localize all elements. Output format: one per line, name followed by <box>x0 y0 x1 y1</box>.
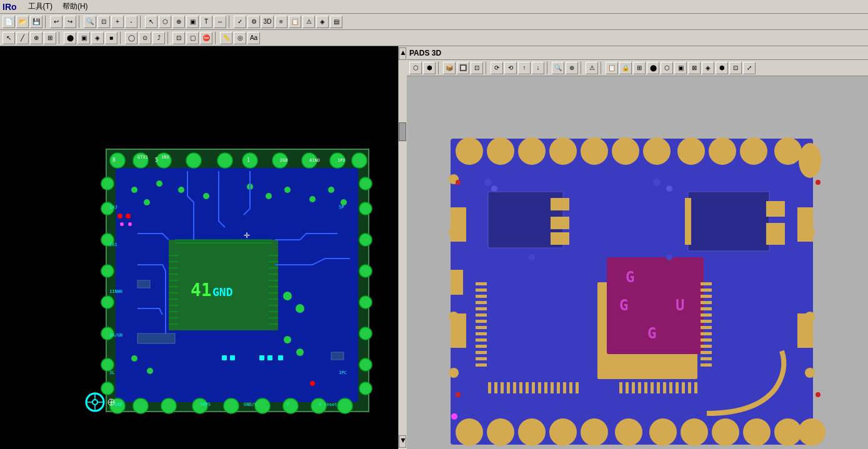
tb2-measure[interactable]: 📏 <box>220 32 232 44</box>
svg-point-16 <box>133 398 148 413</box>
tb2-pour2[interactable]: ◈ <box>91 32 104 44</box>
svg-point-40 <box>131 187 137 193</box>
svg-rect-220 <box>544 382 547 393</box>
pads3d-btn-10[interactable]: 🔍 <box>552 62 564 74</box>
pads3d-btn-16[interactable]: ⬡ <box>661 62 673 74</box>
tb-settings[interactable]: ⚙ <box>247 16 260 28</box>
tb-drc[interactable]: ⚠ <box>302 16 315 28</box>
svg-rect-180 <box>766 201 785 217</box>
pads3d-btn-6[interactable]: ⟳ <box>491 62 503 74</box>
pads3d-btn-19[interactable]: ◈ <box>702 62 714 74</box>
tb-copper[interactable]: ▣ <box>186 16 199 28</box>
svg-text:1PPS: 1PPS <box>200 402 211 407</box>
pads3d-btn-15[interactable]: ⬤ <box>647 62 659 74</box>
svg-point-47 <box>284 187 291 193</box>
tb2-silkscreen[interactable]: Aa <box>247 32 260 44</box>
pads3d-btn-13[interactable]: 🔒 <box>619 62 632 74</box>
pads3d-btn-14[interactable]: ⊞ <box>633 62 646 74</box>
svg-rect-185 <box>476 295 487 298</box>
menu-help[interactable]: 帮助(H) <box>57 0 93 13</box>
svg-point-245 <box>451 413 457 420</box>
pads3d-btn-expand[interactable]: ⤢ <box>743 62 756 74</box>
svg-point-140 <box>456 418 483 446</box>
tb2-escape[interactable]: ⤴ <box>152 32 165 44</box>
tb-zoom-area[interactable]: 🔍 <box>84 16 96 28</box>
pads3d-btn-17[interactable]: ▣ <box>674 62 687 74</box>
tb-save[interactable]: 💾 <box>30 16 42 28</box>
tb-plane[interactable]: ▤ <box>330 16 342 28</box>
svg-point-161 <box>816 180 821 185</box>
svg-rect-221 <box>551 382 554 393</box>
tb2-component2[interactable]: ⊡ <box>172 32 185 44</box>
tb-pour[interactable]: ◈ <box>316 16 329 28</box>
tb-zoom-fit[interactable]: ⊡ <box>97 16 110 28</box>
svg-point-141 <box>487 418 514 446</box>
svg-point-21 <box>283 398 298 413</box>
tb-zoom-out[interactable]: - <box>125 16 137 28</box>
svg-rect-167 <box>797 313 813 348</box>
tb2-pad[interactable]: ◯ <box>125 32 137 44</box>
pads3d-btn-11[interactable]: ⊕ <box>566 62 578 74</box>
pads3d-btn-7[interactable]: ⟲ <box>504 62 517 74</box>
tb-check[interactable]: ✓ <box>234 16 246 28</box>
tb-select[interactable]: ↖ <box>145 16 157 28</box>
tb2-push[interactable]: ⊕ <box>30 32 42 44</box>
svg-point-150 <box>774 418 802 446</box>
tb-netlist[interactable]: ≡ <box>275 16 287 28</box>
tb2-fanout[interactable]: ⊞ <box>44 32 56 44</box>
menu-tools[interactable]: 工具(T) <box>23 0 57 13</box>
pads3d-btn-4[interactable]: 🔲 <box>457 62 469 74</box>
tb-bom[interactable]: 📋 <box>289 16 301 28</box>
tb2-drill[interactable]: ◎ <box>234 32 246 44</box>
svg-rect-163 <box>451 207 466 242</box>
tb2-fill[interactable]: ■ <box>105 32 117 44</box>
tb-undo[interactable]: ↩ <box>50 16 62 28</box>
3d-sep1 <box>438 62 441 74</box>
tb-redo[interactable]: ↪ <box>64 16 76 28</box>
tb2-wire[interactable]: ╱ <box>16 32 29 44</box>
tb-text[interactable]: T <box>200 16 212 28</box>
tb-dim[interactable]: ↔ <box>214 16 226 28</box>
pads3d-btn-5[interactable]: ⊡ <box>471 62 483 74</box>
sep6 <box>120 32 122 44</box>
tb2-select[interactable]: ↖ <box>2 32 15 44</box>
pads3d-btn-1[interactable]: ⬡ <box>409 62 422 74</box>
pads3d-btn-12[interactable]: 📋 <box>606 62 618 74</box>
pads3d-btn-9[interactable]: ↓ <box>532 62 544 74</box>
tb-component[interactable]: ⊕ <box>172 16 185 28</box>
tb2-via2[interactable]: ⊙ <box>139 32 151 44</box>
pads3d-btn-21[interactable]: ⊡ <box>729 62 742 74</box>
svg-point-20 <box>255 398 270 413</box>
svg-rect-219 <box>538 382 541 393</box>
pads3d-btn-warn[interactable]: ⚠ <box>586 62 598 74</box>
tb2-copper2[interactable]: ▣ <box>77 32 90 44</box>
app-logo: IRo <box>2 2 17 12</box>
scroll-down-btn[interactable]: ▼ <box>399 435 406 448</box>
scroll-up-btn[interactable]: ▲ <box>399 47 406 60</box>
tb2-board[interactable]: ▢ <box>186 32 199 44</box>
pads3d-viewport[interactable]: G G U G <box>407 76 868 449</box>
tb2-keepout[interactable]: ⛔ <box>200 32 212 44</box>
pads3d-title: PADS 3D <box>409 49 441 57</box>
left-pcb-panel[interactable]: 41 GND <box>0 46 407 449</box>
tb-open[interactable]: 📂 <box>16 16 29 28</box>
pads3d-btn-3[interactable]: 📦 <box>443 62 456 74</box>
pads3d-btn-18[interactable]: ⊠ <box>688 62 701 74</box>
svg-text:G: G <box>647 325 656 342</box>
svg-point-136 <box>709 137 736 165</box>
svg-rect-186 <box>476 301 487 304</box>
pads3d-btn-20[interactable]: ⬢ <box>716 62 728 74</box>
svg-text:1INW0: 1INW0 <box>109 289 122 294</box>
scroll-thumb[interactable] <box>399 122 406 141</box>
tb-route[interactable]: ⬡ <box>159 16 171 28</box>
tb2-gloss[interactable]: ⬤ <box>64 32 76 44</box>
left-panel-scrollbar[interactable]: ▲ ▼ <box>398 46 407 449</box>
svg-point-48 <box>309 196 316 202</box>
svg-point-38 <box>359 358 372 371</box>
tb-zoom-in[interactable]: + <box>111 16 124 28</box>
sep5 <box>59 32 61 44</box>
pads3d-btn-2[interactable]: ⬢ <box>423 62 436 74</box>
tb-3d[interactable]: 3D <box>261 16 274 28</box>
tb-new[interactable]: 📄 <box>2 16 15 28</box>
pads3d-btn-8[interactable]: ↑ <box>518 62 531 74</box>
